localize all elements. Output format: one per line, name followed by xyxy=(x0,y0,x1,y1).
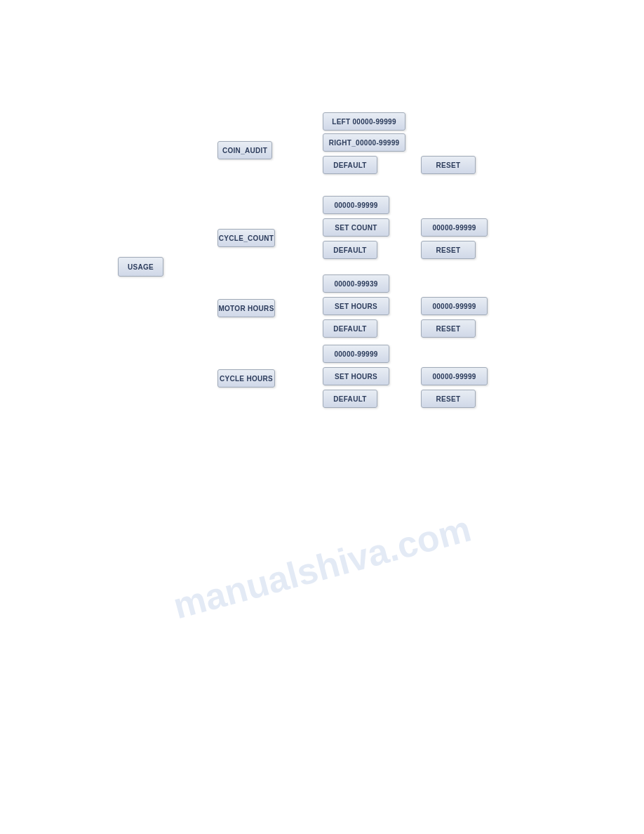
node-cycle-range: 00000-99999 xyxy=(323,196,389,214)
node-chours-range: 00000-99999 xyxy=(323,345,389,363)
node-reset-cycle: RESET xyxy=(421,241,476,259)
node-cycle-default: DEFAULT xyxy=(323,241,377,259)
node-set-hours: SET HOURS xyxy=(323,297,389,315)
node-cycle-count: CYCLE_COUNT xyxy=(217,229,275,247)
node-reset-chours: RESET xyxy=(421,390,476,408)
node-left-range: LEFT 00000-99999 xyxy=(323,112,405,131)
node-motor-range: 00000-99939 xyxy=(323,274,389,293)
node-set-count: SET COUNT xyxy=(323,218,389,237)
node-reset-coin: RESET xyxy=(421,156,476,174)
watermark: manualshiva.com xyxy=(168,508,475,628)
node-reset-motor: RESET xyxy=(421,319,476,338)
node-motor-hours: MOTOR HOURS xyxy=(217,299,275,317)
node-set-hours-range: 00000-99999 xyxy=(421,297,488,315)
node-cycle-hours: CYCLE HOURS xyxy=(217,369,275,388)
node-set-count-range: 00000-99999 xyxy=(421,218,488,237)
node-coin-default: DEFAULT xyxy=(323,156,377,174)
node-set-chours-range: 00000-99999 xyxy=(421,367,488,385)
node-usage: USAGE xyxy=(118,257,163,277)
node-right-range: RIGHT_00000-99999 xyxy=(323,133,405,152)
node-chours-default: DEFAULT xyxy=(323,390,377,408)
node-set-chours: SET HOURS xyxy=(323,367,389,385)
node-motor-default: DEFAULT xyxy=(323,319,377,338)
node-coin-audit: COIN_AUDIT xyxy=(217,141,272,159)
